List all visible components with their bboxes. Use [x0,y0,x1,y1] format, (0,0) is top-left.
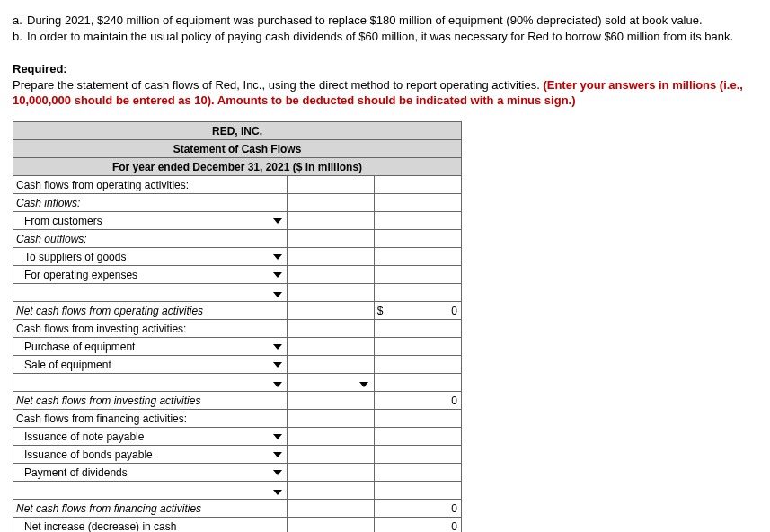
intro-item-b: b. In order to maintain the usual policy… [13,29,757,45]
intro-a-text: During 2021, $240 million of equipment w… [27,13,703,29]
cell-input[interactable] [374,410,461,428]
cell-input[interactable] [374,482,461,500]
cell-input[interactable] [374,464,461,482]
row-cash-outflows: Cash outflows: [13,230,288,248]
cell-input[interactable] [374,266,461,284]
cell-input[interactable] [287,248,374,266]
row-inv-activities: Cash flows from investing activities: [13,320,288,338]
cell-input[interactable] [374,284,461,302]
row-from-customers[interactable]: From customers [13,212,288,230]
cell-input[interactable] [287,266,374,284]
row-purchase-eq-label: Purchase of equipment [24,341,135,353]
cell-input[interactable] [374,194,461,212]
row-bonds-payable-label: Issuance of bonds payable [24,448,153,461]
cell-input[interactable] [287,464,374,482]
cell-net-op-total: $0 [374,302,461,320]
chevron-down-icon [359,382,368,387]
chevron-down-icon [273,218,282,224]
cell-input[interactable] [374,356,461,374]
cell-input[interactable] [287,392,374,410]
chevron-down-icon [273,470,282,475]
row-for-opex-label: For operating expenses [24,269,137,281]
cell-input[interactable] [287,194,374,212]
chevron-down-icon [273,344,282,350]
dollar-sign: $ [377,305,384,317]
row-cash-inflows: Cash inflows: [13,194,288,212]
row-for-opex[interactable]: For operating expenses [13,266,288,284]
cell-input[interactable] [374,176,461,194]
row-purchase-eq[interactable]: Purchase of equipment [13,338,288,356]
row-to-suppliers[interactable]: To suppliers of goods [13,248,288,266]
row-net-fin: Net cash flows from financing activities [13,500,288,518]
chevron-down-icon [273,362,282,368]
cell-input[interactable] [374,338,461,356]
cell-input-dropdown[interactable] [287,374,374,392]
cell-input[interactable] [287,176,374,194]
row-net-inv: Net cash flows from investing activities [13,392,288,410]
cell-input[interactable] [287,230,374,248]
cell-input[interactable] [374,248,461,266]
intro-block: a. During 2021, $240 million of equipmen… [13,13,757,45]
table-header-company: RED, INC. [13,122,462,140]
row-sale-eq-label: Sale of equipment [24,359,111,371]
required-block: Required: Prepare the statement of cash … [13,61,757,109]
intro-b-text: In order to maintain the usual policy of… [27,29,733,45]
cell-input[interactable] [374,320,461,338]
intro-item-a: a. During 2021, $240 million of equipmen… [13,13,757,29]
row-bonds-payable[interactable]: Issuance of bonds payable [13,446,288,464]
cell-input[interactable] [287,302,374,320]
chevron-down-icon [273,452,282,457]
intro-a-letter: a. [13,13,27,29]
cell-input[interactable] [374,374,461,392]
cell-input[interactable] [287,446,374,464]
table-header-title: Statement of Cash Flows [13,140,462,158]
chevron-down-icon [273,272,282,278]
chevron-down-icon [273,434,282,439]
cell-input[interactable] [374,446,461,464]
chevron-down-icon [273,382,282,387]
chevron-down-icon [273,254,282,260]
row-fin-activities: Cash flows from financing activities: [13,410,288,428]
row-to-suppliers-label: To suppliers of goods [24,251,126,263]
cell-input[interactable] [287,500,374,518]
cell-input[interactable] [287,212,374,230]
row-op-activities: Cash flows from operating activities: [13,176,288,194]
cell-input[interactable] [287,518,374,532]
table-header-period: For year ended December 31, 2021 ($ in m… [13,158,462,176]
cell-input[interactable] [287,410,374,428]
cell-input[interactable] [287,356,374,374]
cell-input[interactable] [374,230,461,248]
cell-input[interactable] [287,284,374,302]
cell-input[interactable] [287,428,374,446]
row-net-op: Net cash flows from operating activities [13,302,288,320]
chevron-down-icon [273,490,282,495]
row-net-increase: Net increase (decrease) in cash [13,518,288,532]
cell-input[interactable] [287,482,374,500]
cell-input[interactable] [287,338,374,356]
intro-b-letter: b. [13,29,27,45]
row-dropdown-blank[interactable] [13,374,288,392]
cell-input[interactable] [374,212,461,230]
cell-net-fin-total: 0 [374,500,461,518]
row-note-payable[interactable]: Issuance of note payable [13,428,288,446]
cell-input[interactable] [287,320,374,338]
row-pay-dividends[interactable]: Payment of dividends [13,464,288,482]
required-label: Required: [13,61,757,77]
cell-net-inv-total: 0 [374,392,461,410]
cell-net-increase-total: 0 [374,518,461,532]
row-dropdown-blank[interactable] [13,482,288,500]
required-text: Prepare the statement of cash flows of R… [13,78,543,92]
row-dropdown-blank[interactable] [13,284,288,302]
row-note-payable-label: Issuance of note payable [24,430,144,443]
cell-input[interactable] [374,428,461,446]
row-from-customers-label: From customers [24,215,102,227]
row-sale-eq[interactable]: Sale of equipment [13,356,288,374]
zero-value: 0 [451,305,457,317]
row-pay-dividends-label: Payment of dividends [24,466,128,479]
cash-flow-table: RED, INC. Statement of Cash Flows For ye… [13,121,462,532]
chevron-down-icon [273,292,282,297]
